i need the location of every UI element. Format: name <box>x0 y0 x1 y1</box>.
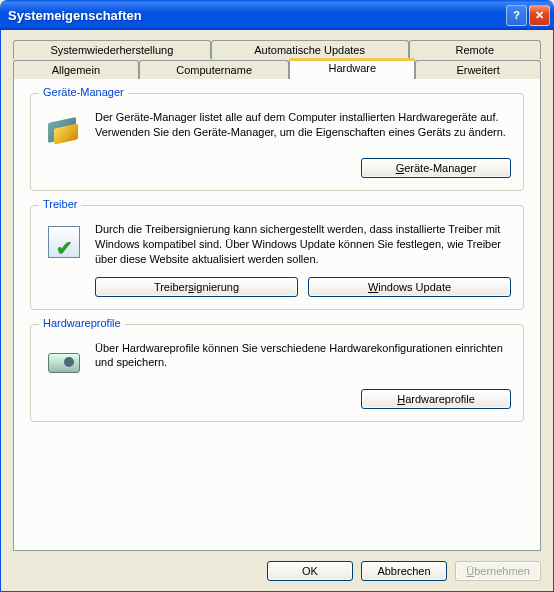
group-title-device-manager: Geräte-Manager <box>39 86 128 98</box>
window-title: Systemeigenschaften <box>8 8 504 23</box>
cancel-button[interactable]: Abbrechen <box>361 561 447 581</box>
hardware-profile-icon <box>46 343 82 379</box>
driver-signing-button[interactable]: Treibersignierung <box>95 277 298 297</box>
tab-remote[interactable]: Remote <box>409 40 542 59</box>
tab-content-hardware: Geräte-Manager Der Geräte-Manager listet… <box>13 79 541 551</box>
close-icon: ✕ <box>535 9 544 22</box>
tab-system-restore[interactable]: Systemwiederherstellung <box>13 40 211 59</box>
tab-advanced[interactable]: Erweitert <box>415 60 541 79</box>
tabstrip: Systemwiederherstellung Automatische Upd… <box>13 38 541 79</box>
ok-button[interactable]: OK <box>267 561 353 581</box>
hwprofiles-desc: Über Hardwareprofile können Sie verschie… <box>95 341 511 379</box>
dialog-body: Systemwiederherstellung Automatische Upd… <box>0 30 554 592</box>
hardware-profiles-button[interactable]: Hardwareprofile <box>361 389 511 409</box>
tab-general[interactable]: Allgemein <box>13 60 139 79</box>
apply-button: Übernehmen <box>455 561 541 581</box>
device-manager-icon <box>46 112 82 148</box>
driver-signing-icon <box>46 224 82 260</box>
windows-update-button[interactable]: Windows Update <box>308 277 511 297</box>
tab-hardware[interactable]: Hardware <box>289 58 415 79</box>
help-icon: ? <box>513 9 520 21</box>
group-drivers: Treiber Durch die Treibersignierung kann… <box>30 205 524 310</box>
device-manager-button[interactable]: Geräte-Manager <box>361 158 511 178</box>
dialog-button-row: OK Abbrechen Übernehmen <box>13 551 541 581</box>
device-manager-desc: Der Geräte-Manager listet alle auf dem C… <box>95 110 511 148</box>
close-button[interactable]: ✕ <box>529 5 550 26</box>
tab-computername[interactable]: Computername <box>139 60 290 79</box>
group-hardware-profiles: Hardwareprofile Über Hardwareprofile kön… <box>30 324 524 422</box>
drivers-desc: Durch die Treibersignierung kann sicherg… <box>95 222 511 267</box>
tab-auto-updates[interactable]: Automatische Updates <box>211 40 409 59</box>
group-title-drivers: Treiber <box>39 198 81 210</box>
help-button[interactable]: ? <box>506 5 527 26</box>
titlebar: Systemeigenschaften ? ✕ <box>0 0 554 30</box>
group-title-hwprofiles: Hardwareprofile <box>39 317 125 329</box>
group-device-manager: Geräte-Manager Der Geräte-Manager listet… <box>30 93 524 191</box>
